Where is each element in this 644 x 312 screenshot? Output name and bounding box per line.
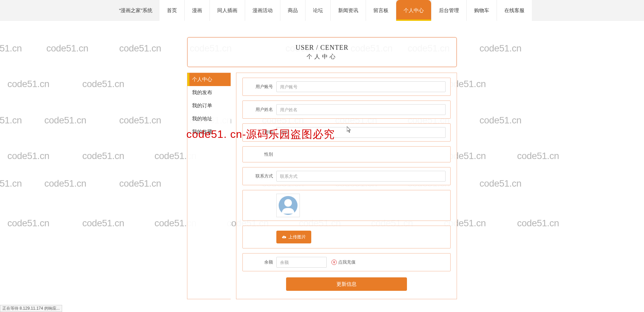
watermark: code51.cn [0,115,22,126]
sidebar-item-1[interactable]: 我的发布 [187,86,231,99]
label-account: 用户账号 [247,84,276,90]
watermark: code51.cn [7,218,49,229]
row-account: 用户账号 [242,78,451,96]
upload-button-label: 上传图片 [288,234,306,240]
nav-item-9[interactable]: 后台管理 [431,0,466,21]
sidebar: 个人中心我的发布我的订单我的地址我的收藏 [187,73,231,299]
label-password: 密码 [247,129,276,135]
browser-status-text: 正在等待 8.129.11.174 的响应... [0,305,62,312]
avatar-preview [276,194,300,217]
watermark: code51.cn [119,43,161,54]
form-panel: 用户账号 用户姓名 密码 性别 联系方式 [236,73,457,299]
page-title-en: USER / CENTER [188,44,456,51]
label-name: 用户姓名 [247,107,276,113]
row-submit: 更新信息 [242,277,451,291]
input-account[interactable] [276,81,446,92]
watermark: code51.cn [119,115,161,126]
submit-button[interactable]: 更新信息 [286,277,407,291]
watermark: code51.cn [479,115,521,126]
nav-item-1[interactable]: 漫画 [184,0,210,21]
watermark: code51.cn [82,151,124,161]
sidebar-item-3[interactable]: 我的地址 [187,112,231,125]
row-avatar [242,190,451,221]
sidebar-item-2[interactable]: 我的订单 [187,99,231,112]
input-password[interactable] [276,127,446,138]
avatar-placeholder-icon [278,195,298,216]
input-name[interactable] [276,104,446,115]
watermark: code51.cn [517,151,559,161]
nav-item-7[interactable]: 留言板 [366,0,396,21]
recharge-link-label: 点我充值 [338,259,356,265]
nav-item-4[interactable]: 商品 [280,0,305,21]
row-balance: 余额 ¥ 点我充值 [242,253,451,271]
nav-item-2[interactable]: 同人插画 [210,0,245,21]
nav-item-0[interactable]: 首页 [159,0,184,21]
nav-item-11[interactable]: 在线客服 [497,0,532,21]
watermark: code51.cn [0,43,22,54]
watermark: code51.cn [119,178,161,189]
watermark: code51.cn [82,79,124,89]
sidebar-item-4[interactable]: 我的收藏 [187,125,231,139]
label-gender: 性别 [247,151,276,157]
label-contact: 联系方式 [247,173,276,179]
page-title-card: USER / CENTER 个人中心 [187,37,457,67]
svg-point-1 [284,199,292,207]
watermark: code51.cn [46,43,88,54]
top-nav-bar: “漫画之家”系统 首页漫画同人插画漫画活动商品论坛新闻资讯留言板个人中心后台管理… [0,0,644,21]
row-contact: 联系方式 [242,167,451,185]
main-nav: 首页漫画同人插画漫画活动商品论坛新闻资讯留言板个人中心后台管理购物车在线客服 [159,0,532,21]
recharge-link[interactable]: ¥ 点我充值 [331,259,356,265]
row-name: 用户姓名 [242,101,451,119]
watermark: code51.cn [7,151,49,161]
input-balance[interactable] [276,257,327,268]
watermark: code51.cn [44,178,86,189]
cloud-upload-icon [282,235,286,239]
nav-item-8[interactable]: 个人中心 [396,0,431,21]
row-gender: 性别 [242,146,451,162]
input-contact[interactable] [276,171,446,182]
watermark: code51.cn [7,79,49,89]
watermark: code51.cn [0,178,22,189]
watermark: code51.cn [44,115,86,126]
watermark: code51.cn [517,218,559,229]
label-balance: 余额 [247,259,276,265]
nav-item-5[interactable]: 论坛 [305,0,330,21]
brand-label: “漫画之家”系统 [112,0,159,21]
row-password: 密码 [242,123,451,142]
page-title-cn: 个人中心 [188,53,456,61]
nav-item-10[interactable]: 购物车 [466,0,497,21]
nav-item-6[interactable]: 新闻资讯 [330,0,366,21]
watermark: code51.cn [479,43,521,54]
upload-button[interactable]: 上传图片 [276,231,311,243]
sidebar-item-0[interactable]: 个人中心 [187,73,231,86]
nav-item-3[interactable]: 漫画活动 [245,0,280,21]
watermark: code51.cn [82,218,124,229]
watermark: code51.cn [479,178,521,189]
yen-icon: ¥ [331,260,337,265]
row-upload: 上传图片 [242,226,451,248]
